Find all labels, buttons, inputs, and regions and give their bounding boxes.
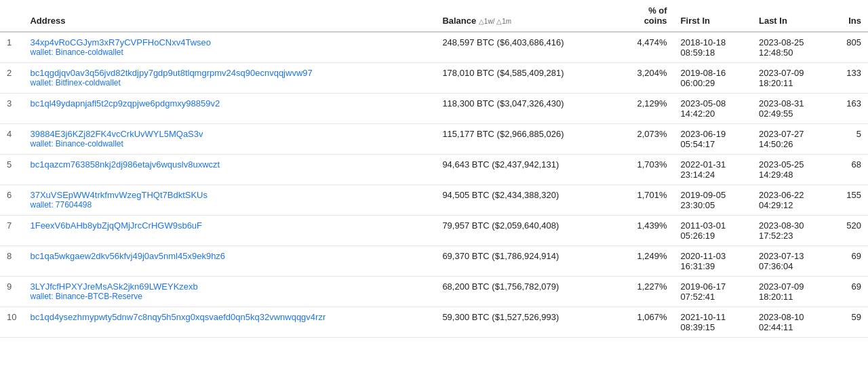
address-link[interactable]: 37XuVSEpWW4trkfmvWzegTHQt7BdktSKUs [30,190,429,200]
col-ins: Ins [830,0,868,32]
row-number: 9 [0,277,23,307]
table-row: 2bc1qgdjqv0av3q56jvd82tkdjpy7gdp9ut8tlqm… [0,63,868,94]
table-row: 637XuVSEpWW4trkfmvWzegTHQt7BdktSKUswalle… [0,185,868,216]
address-cell: bc1qazcm763858nkj2dj986etajv6wquslv8uxwc… [23,155,435,185]
balance-cell: 59,300 BTC ($1,527,526,993) [435,307,616,338]
col-balance: Balance △1w/ △1m [435,0,616,32]
last-in-cell: 2023-08-2512:48:50 [752,32,830,63]
address-link[interactable]: 1FeexV6bAHb8ybZjqQMjJrcCrHGW9sb6uF [30,220,429,231]
first-in-cell: 2019-09-0523:30:05 [674,185,752,216]
table-header: Address Balance △1w/ △1m % ofcoins First… [0,0,868,32]
row-number: 6 [0,185,23,216]
address-cell: 1FeexV6bAHb8ybZjqQMjJrcCrHGW9sb6uF [23,216,435,246]
table-row: 10bc1qd4ysezhmypwty5dnw7c8nqy5h5nxg0xqsv… [0,307,868,338]
last-in-cell: 2023-06-2204:29:12 [752,185,830,216]
address-link[interactable]: bc1qgdjqv0av3q56jvd82tkdjpy7gdp9ut8tlqmg… [30,68,429,78]
address-link[interactable]: bc1ql49ydapnjafl5t2cp9zqpjwe6pdgmxy98859… [30,98,429,109]
address-cell: 37XuVSEpWW4trkfmvWzegTHQt7BdktSKUswallet… [23,185,435,216]
percent-cell: 1,067% [616,307,673,338]
table-row: 5bc1qazcm763858nkj2dj986etajv6wquslv8uxw… [0,155,868,185]
ins-cell: 59 [830,307,868,338]
last-in-cell: 2023-07-0918:20:11 [752,63,830,94]
address-link[interactable]: 3LYJfcfHPXYJreMsASk2jkn69LWEYKzexb [30,281,429,292]
balance-cell: 94,505 BTC ($2,434,388,320) [435,185,616,216]
address-cell: bc1ql49ydapnjafl5t2cp9zqpjwe6pdgmxy98859… [23,94,435,124]
table-row: 93LYJfcfHPXYJreMsASk2jkn69LWEYKzexbwalle… [0,277,868,307]
percent-cell: 2,129% [616,94,673,124]
table-row: 439884E3j6KZj82FK4vcCrkUvWYL5MQaS3vwalle… [0,124,868,155]
percent-cell: 3,204% [616,63,673,94]
balance-cell: 115,177 BTC ($2,966,885,026) [435,124,616,155]
last-in-cell: 2023-05-2514:29:48 [752,155,830,185]
percent-cell: 2,073% [616,124,673,155]
percent-cell: 1,703% [616,155,673,185]
row-number: 4 [0,124,23,155]
wallet-label[interactable]: wallet: Binance-coldwallet [30,47,429,57]
address-link[interactable]: bc1qd4ysezhmypwty5dnw7c8nqy5h5nxg0xqsvae… [30,312,429,322]
ins-cell: 69 [830,246,868,277]
row-number: 5 [0,155,23,185]
table-row: 71FeexV6bAHb8ybZjqQMjJrcCrHGW9sb6uF79,95… [0,216,868,246]
first-in-cell: 2023-06-1905:54:17 [674,124,752,155]
balance-cell: 118,300 BTC ($3,047,326,430) [435,94,616,124]
balance-subheader: △1w/ △1m [479,18,511,25]
last-in-cell: 2023-08-3102:49:55 [752,94,830,124]
richlist-table: Address Balance △1w/ △1m % ofcoins First… [0,0,868,338]
ins-cell: 69 [830,277,868,307]
balance-cell: 79,957 BTC ($2,059,640,408) [435,216,616,246]
first-in-cell: 2018-10-1808:59:18 [674,32,752,63]
ins-cell: 133 [830,63,868,94]
address-cell: 3LYJfcfHPXYJreMsASk2jkn69LWEYKzexbwallet… [23,277,435,307]
first-in-cell: 2021-10-1108:39:15 [674,307,752,338]
last-in-cell: 2023-07-1307:36:04 [752,246,830,277]
wallet-label[interactable]: wallet: Binance-BTCB-Reserve [30,292,429,301]
first-in-cell: 2020-11-0316:31:39 [674,246,752,277]
ins-cell: 68 [830,155,868,185]
balance-cell: 68,200 BTC ($1,756,782,079) [435,277,616,307]
row-number: 3 [0,94,23,124]
row-number: 10 [0,307,23,338]
percent-cell: 4,474% [616,32,673,63]
address-link[interactable]: 34xp4vRoCGJym3xR7yCVPFHoCNxv4Twseo [30,37,429,47]
address-cell: bc1qd4ysezhmypwty5dnw7c8nqy5h5nxg0xqsvae… [23,307,435,338]
last-in-cell: 2023-07-2714:50:26 [752,124,830,155]
address-cell: 39884E3j6KZj82FK4vcCrkUvWYL5MQaS3vwallet… [23,124,435,155]
percent-cell: 1,701% [616,185,673,216]
percent-cell: 1,249% [616,246,673,277]
balance-cell: 94,643 BTC ($2,437,942,131) [435,155,616,185]
address-cell: bc1qgdjqv0av3q56jvd82tkdjpy7gdp9ut8tlqmg… [23,63,435,94]
last-in-cell: 2023-08-3017:52:23 [752,216,830,246]
col-percent: % ofcoins [616,0,673,32]
col-num [0,0,23,32]
percent-cell: 1,227% [616,277,673,307]
wallet-label[interactable]: wallet: 77604498 [30,200,429,210]
ins-cell: 163 [830,94,868,124]
address-link[interactable]: bc1qa5wkgaew2dkv56kfvj49j0av5nml45x9ek9h… [30,251,429,261]
table-row: 134xp4vRoCGJym3xR7yCVPFHoCNxv4Twseowalle… [0,32,868,63]
address-cell: 34xp4vRoCGJym3xR7yCVPFHoCNxv4Twseowallet… [23,32,435,63]
first-in-cell: 2011-03-0105:26:19 [674,216,752,246]
first-in-cell: 2023-05-0814:42:20 [674,94,752,124]
ins-cell: 520 [830,216,868,246]
percent-cell: 1,439% [616,216,673,246]
ins-cell: 805 [830,32,868,63]
ins-cell: 5 [830,124,868,155]
wallet-label[interactable]: wallet: Binance-coldwallet [30,139,429,149]
last-in-cell: 2023-08-1002:44:11 [752,307,830,338]
address-link[interactable]: bc1qazcm763858nkj2dj986etajv6wquslv8uxwc… [30,159,429,170]
table-row: 8bc1qa5wkgaew2dkv56kfvj49j0av5nml45x9ek9… [0,246,868,277]
wallet-label[interactable]: wallet: Bitfinex-coldwallet [30,78,429,87]
first-in-cell: 2019-06-1707:52:41 [674,277,752,307]
ins-cell: 155 [830,185,868,216]
last-in-cell: 2023-07-0918:20:11 [752,277,830,307]
balance-cell: 248,597 BTC ($6,403,686,416) [435,32,616,63]
address-cell: bc1qa5wkgaew2dkv56kfvj49j0av5nml45x9ek9h… [23,246,435,277]
balance-cell: 69,370 BTC ($1,786,924,914) [435,246,616,277]
col-address: Address [23,0,435,32]
table-row: 3bc1ql49ydapnjafl5t2cp9zqpjwe6pdgmxy9885… [0,94,868,124]
address-link[interactable]: 39884E3j6KZj82FK4vcCrkUvWYL5MQaS3v [30,129,429,139]
balance-cell: 178,010 BTC ($4,585,409,281) [435,63,616,94]
col-last-in: Last In [752,0,830,32]
row-number: 2 [0,63,23,94]
first-in-cell: 2022-01-3123:14:24 [674,155,752,185]
